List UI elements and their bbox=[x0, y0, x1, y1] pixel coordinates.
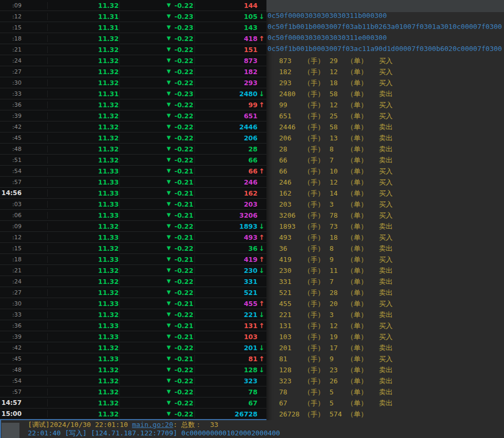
table-row[interactable]: :03 11.33 ▼-0.21 203 bbox=[0, 199, 266, 210]
table-row[interactable]: :12 11.33 ▼-0.21 493 ↑ bbox=[0, 232, 266, 243]
trade-orders: 28 bbox=[330, 289, 347, 297]
table-row[interactable]: :21 11.32 ▼-0.22 230 ↓ bbox=[0, 265, 266, 276]
table-row[interactable]: :54 11.32 ▼-0.22 323 bbox=[0, 375, 266, 386]
volume-cell: 493 bbox=[195, 233, 258, 241]
lots-label: （手） bbox=[304, 111, 330, 121]
trade-side: 卖出 bbox=[379, 376, 393, 386]
table-row[interactable]: :09 11.32 ▼-0.22 1893 ↓ bbox=[0, 221, 266, 232]
lots-label: （手） bbox=[304, 321, 330, 331]
table-row[interactable]: :48 11.32 ▼-0.22 28 bbox=[0, 144, 266, 155]
lots-label: （手） bbox=[304, 343, 330, 353]
lots-label: （手） bbox=[304, 255, 330, 264]
table-row[interactable]: :18 11.32 ▼-0.22 418 ↑ bbox=[0, 33, 266, 44]
orders-label: （单） bbox=[347, 178, 379, 187]
table-row[interactable]: :45 11.32 ▼-0.22 206 bbox=[0, 133, 266, 144]
orders-label: （单） bbox=[347, 89, 379, 99]
orders-label: （单） bbox=[347, 332, 379, 342]
change-cell: ▼-0.21 bbox=[120, 256, 195, 263]
trade-side: 买入 bbox=[379, 200, 393, 209]
lots-label: （手） bbox=[304, 56, 330, 66]
table-row[interactable]: :30 11.32 ▼-0.22 293 bbox=[0, 77, 266, 88]
trade-row: 651 （手） 25 （单） 买入 bbox=[266, 110, 504, 121]
table-row[interactable]: :57 11.32 ▼-0.22 78 bbox=[0, 386, 266, 398]
table-row[interactable]: 15:00 11.32 ▼-0.22 26728 bbox=[0, 409, 266, 420]
change-cell: ▼-0.22 bbox=[120, 410, 195, 418]
trade-row: 67 （手） 5 （单） 卖出 bbox=[266, 398, 504, 409]
price-cell: 11.33 bbox=[48, 200, 120, 208]
change-value: -0.22 bbox=[174, 289, 193, 297]
change-value: -0.21 bbox=[174, 333, 193, 341]
table-row[interactable]: :06 11.33 ▼-0.21 3206 bbox=[0, 210, 266, 221]
time-cell: :30 bbox=[0, 79, 48, 86]
table-row[interactable]: :33 11.31 ▼-0.23 2480 ↓ bbox=[0, 88, 266, 99]
table-row[interactable]: :45 11.33 ▼-0.21 81 ↑ bbox=[0, 353, 266, 364]
trend-arrow-icon: ↓ bbox=[258, 90, 266, 97]
table-row[interactable]: :21 11.32 ▼-0.22 151 bbox=[0, 44, 266, 55]
price-cell: 11.33 bbox=[48, 233, 120, 241]
trend-arrow-icon: ↓ bbox=[258, 267, 266, 274]
table-row[interactable]: :12 11.31 ▼-0.23 105 ↓ bbox=[0, 11, 266, 22]
tick-trade-table[interactable]: :09 11.32 ▼-0.22 144 :12 11.31 ▼-0.23 10… bbox=[0, 0, 266, 420]
trade-row: 521 （手） 28 （单） 卖出 bbox=[266, 287, 504, 298]
table-row[interactable]: :57 11.33 ▼-0.21 246 bbox=[0, 177, 266, 188]
table-row[interactable]: :27 11.32 ▼-0.22 182 bbox=[0, 66, 266, 77]
orders-label: （单） bbox=[347, 56, 379, 66]
trade-volume: 78 bbox=[279, 388, 304, 396]
time-cell: :18 bbox=[0, 256, 48, 263]
table-row[interactable]: 14:56 11.33 ▼-0.21 162 bbox=[0, 188, 266, 199]
trade-orders: 8 bbox=[330, 145, 347, 153]
lots-label: （手） bbox=[304, 376, 330, 386]
time-cell: :06 bbox=[0, 212, 48, 219]
table-row[interactable]: :39 11.33 ▼-0.21 103 bbox=[0, 331, 266, 342]
table-row[interactable]: 14:57 11.32 ▼-0.22 67 bbox=[0, 398, 266, 409]
trade-row: 1893 （手） 73 （单） 卖出 bbox=[266, 221, 504, 232]
price-cell: 11.32 bbox=[48, 289, 120, 297]
trade-row: 182 （手） 12 （单） 买入 bbox=[266, 66, 504, 77]
table-row[interactable]: :54 11.33 ▼-0.21 66 ↑ bbox=[0, 166, 266, 177]
table-row[interactable]: :30 11.33 ▼-0.21 455 ↑ bbox=[0, 298, 266, 309]
table-row[interactable]: :24 11.32 ▼-0.22 331 bbox=[0, 276, 266, 287]
lots-label: （手） bbox=[304, 100, 330, 110]
table-row[interactable]: :51 11.32 ▼-0.22 66 bbox=[0, 155, 266, 166]
table-row[interactable]: :33 11.32 ▼-0.22 221 ↓ bbox=[0, 309, 266, 320]
price-cell: 11.32 bbox=[48, 2, 120, 9]
lots-label: （手） bbox=[304, 178, 330, 187]
table-row[interactable]: :09 11.32 ▼-0.22 144 bbox=[0, 0, 266, 11]
price-cell: 11.33 bbox=[48, 189, 120, 197]
trade-side: 卖出 bbox=[379, 288, 393, 298]
table-row[interactable]: :39 11.32 ▼-0.22 651 bbox=[0, 110, 266, 121]
price-cell: 11.32 bbox=[48, 145, 120, 153]
volume-cell: 28 bbox=[195, 145, 258, 153]
table-row[interactable]: :24 11.32 ▼-0.22 873 bbox=[0, 55, 266, 66]
table-row[interactable]: :15 11.31 ▼-0.23 143 bbox=[0, 22, 266, 33]
console-panel[interactable]: 0c50f00003030303030311b0003000c50f1b001b… bbox=[266, 0, 504, 438]
price-cell: 11.32 bbox=[48, 123, 120, 131]
log-file-link[interactable]: main.go:20 bbox=[132, 421, 173, 429]
trend-arrow-icon: ↑ bbox=[258, 35, 266, 42]
table-row[interactable]: :27 11.32 ▼-0.22 521 bbox=[0, 287, 266, 298]
table-row[interactable]: :48 11.32 ▼-0.22 128 ↓ bbox=[0, 364, 266, 375]
table-row[interactable]: :18 11.33 ▼-0.21 419 ↑ bbox=[0, 254, 266, 265]
time-cell: :51 bbox=[0, 157, 48, 164]
table-row[interactable]: :36 11.32 ▼-0.22 99 ↑ bbox=[0, 99, 266, 110]
table-row[interactable]: :36 11.33 ▼-0.21 131 ↑ bbox=[0, 320, 266, 331]
orders-label: （单） bbox=[347, 167, 379, 176]
down-triangle-icon: ▼ bbox=[167, 3, 171, 8]
change-cell: ▼-0.22 bbox=[120, 145, 195, 153]
orders-label: （单） bbox=[347, 255, 379, 264]
down-triangle-icon: ▼ bbox=[167, 257, 171, 262]
lots-label: （手） bbox=[304, 89, 330, 99]
table-row[interactable]: :15 11.32 ▼-0.22 36 ↓ bbox=[0, 243, 266, 254]
log-line1-suffix: : 总数： 33 bbox=[173, 421, 218, 429]
change-value: -0.22 bbox=[174, 123, 193, 131]
down-triangle-icon: ▼ bbox=[167, 246, 171, 251]
trade-side: 买入 bbox=[379, 211, 393, 220]
orders-label: （单） bbox=[347, 189, 379, 198]
trade-row: 131 （手） 12 （单） 买入 bbox=[266, 320, 504, 331]
trade-side: 卖出 bbox=[379, 388, 393, 397]
trade-side: 卖出 bbox=[379, 145, 393, 154]
table-row[interactable]: :42 11.32 ▼-0.22 2446 bbox=[0, 121, 266, 133]
orders-label: （单） bbox=[347, 156, 379, 165]
time-cell: :30 bbox=[0, 300, 48, 307]
table-row[interactable]: :42 11.32 ▼-0.22 201 ↓ bbox=[0, 342, 266, 353]
